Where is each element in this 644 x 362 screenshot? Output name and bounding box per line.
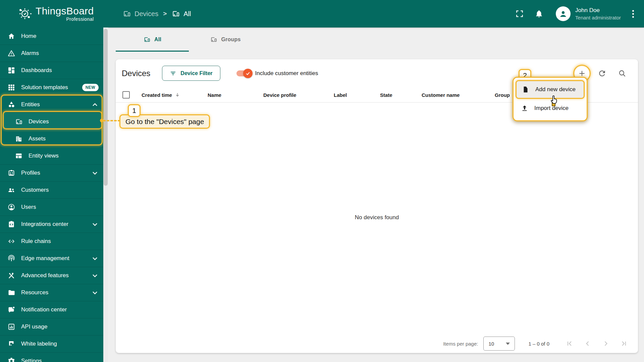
sidebar-item-label: Solution templates bbox=[21, 84, 68, 91]
bell-icon bbox=[535, 9, 543, 18]
sidebar-item-rule-chains[interactable]: Rule chains bbox=[0, 233, 103, 250]
notifications-button[interactable] bbox=[532, 7, 546, 20]
devices-icon bbox=[122, 9, 131, 18]
column-state[interactable]: State bbox=[380, 87, 392, 103]
sidebar-item-label: Customers bbox=[21, 187, 49, 193]
sidebar-item-label: Profiles bbox=[21, 170, 40, 176]
include-customer-entities-toggle[interactable]: Include customer entities bbox=[236, 70, 318, 77]
profiles-icon bbox=[7, 169, 15, 177]
chevron-left-icon bbox=[584, 340, 592, 348]
white-labeling-icon bbox=[7, 340, 15, 348]
column-group[interactable]: Group bbox=[495, 87, 510, 103]
tab-label: All bbox=[154, 37, 161, 43]
sidebar-item-label: Notification center bbox=[21, 306, 67, 313]
tab-all[interactable]: All bbox=[116, 27, 189, 52]
sidebar-item-label: Edge management bbox=[21, 255, 69, 262]
sidebar-item-label: Rule chains bbox=[21, 238, 51, 245]
sidebar-item-label: Settings bbox=[21, 358, 42, 362]
sidebar-item-integrations-center[interactable]: Integrations center bbox=[0, 216, 103, 233]
user-name: John Doe bbox=[575, 7, 621, 14]
sidebar-item-label: Entities bbox=[21, 101, 40, 108]
sidebar-item-dashboards[interactable]: Dashboards bbox=[0, 62, 103, 79]
sidebar-item-white-labeling[interactable]: White labeling bbox=[0, 335, 103, 352]
sidebar-item-profiles[interactable]: Profiles bbox=[0, 164, 103, 181]
sidebar-item-settings[interactable]: Settings bbox=[0, 352, 103, 362]
fullscreen-button[interactable] bbox=[513, 7, 526, 20]
sidebar-item-solution-templates[interactable]: Solution templates NEW bbox=[0, 79, 103, 96]
sidebar-item-label: API usage bbox=[21, 323, 47, 330]
fullscreen-icon bbox=[515, 9, 524, 18]
sidebar-item-label: Users bbox=[21, 204, 36, 210]
add-document-icon bbox=[522, 86, 529, 93]
new-badge: NEW bbox=[82, 84, 99, 91]
sidebar-item-notification-center[interactable]: Notification center bbox=[0, 301, 103, 318]
sidebar-item-alarms[interactable]: Alarms bbox=[0, 45, 103, 62]
page-size-value: 10 bbox=[488, 341, 494, 347]
sidebar-item-customers[interactable]: Customers bbox=[0, 181, 103, 198]
sidebar-item-entities[interactable]: Entities bbox=[0, 96, 103, 113]
logo[interactable]: ThingsBoard Professional bbox=[0, 0, 108, 27]
users-icon bbox=[7, 203, 15, 211]
column-device-profile[interactable]: Device profile bbox=[263, 87, 296, 103]
page-title: Devices bbox=[122, 69, 150, 78]
advanced-features-icon bbox=[7, 272, 15, 280]
paginator: Items per page: 10 1 – 0 of 0 bbox=[116, 334, 638, 353]
tab-groups[interactable]: Groups bbox=[189, 27, 262, 52]
sidebar-item-label: Integrations center bbox=[21, 221, 68, 228]
column-label[interactable]: Label bbox=[334, 87, 347, 103]
sidebar-item-entity-views[interactable]: Entity views bbox=[0, 147, 103, 164]
entity-views-icon bbox=[15, 152, 23, 160]
user-avatar[interactable] bbox=[556, 6, 571, 21]
assets-icon bbox=[15, 135, 23, 143]
sidebar-item-home[interactable]: Home bbox=[0, 27, 103, 45]
sidebar: ThingsBoard Professional Home Alarms Das… bbox=[0, 0, 108, 362]
cursor-pointer-icon bbox=[549, 95, 559, 107]
device-filter-button[interactable]: Device Filter bbox=[162, 66, 220, 81]
api-usage-icon bbox=[7, 323, 15, 331]
last-page-icon bbox=[620, 340, 628, 348]
column-customer-name[interactable]: Customer name bbox=[422, 87, 460, 103]
column-name[interactable]: Name bbox=[208, 87, 221, 103]
more-menu-button[interactable] bbox=[630, 7, 637, 20]
column-created-time[interactable]: Created time bbox=[142, 87, 180, 103]
sidebar-nav: Home Alarms Dashboards Solution template… bbox=[0, 27, 103, 362]
thingsboard-app: ThingsBoard Professional Home Alarms Das… bbox=[0, 0, 644, 362]
notification-center-icon bbox=[7, 306, 15, 314]
chevron-down-icon bbox=[93, 172, 97, 175]
sidebar-item-api-usage[interactable]: API usage bbox=[0, 318, 103, 335]
brand-name: ThingsBoard bbox=[36, 6, 94, 16]
sidebar-item-assets[interactable]: Assets bbox=[0, 130, 103, 147]
rule-chains-icon bbox=[7, 237, 15, 245]
select-all-checkbox[interactable] bbox=[122, 91, 130, 99]
sidebar-item-devices[interactable]: Devices bbox=[2, 113, 101, 130]
sidebar-scrollbar[interactable] bbox=[103, 27, 108, 362]
next-page-button[interactable] bbox=[601, 339, 610, 348]
sidebar-item-label: Dashboards bbox=[21, 67, 52, 74]
thingsboard-logo-icon bbox=[17, 6, 32, 21]
alarms-icon bbox=[7, 49, 15, 57]
sidebar-item-label: Assets bbox=[29, 135, 46, 142]
first-page-button[interactable] bbox=[565, 339, 574, 348]
sidebar-item-advanced-features[interactable]: Advanced features bbox=[0, 267, 103, 284]
user-role: Tenant administrator bbox=[575, 15, 621, 20]
entities-icon bbox=[7, 101, 15, 109]
sidebar-scrollbar-thumb[interactable] bbox=[104, 29, 108, 186]
breadcrumb-devices[interactable]: Devices bbox=[122, 9, 158, 18]
breadcrumb-all[interactable]: All bbox=[171, 9, 191, 18]
sidebar-item-label: Entity views bbox=[29, 153, 59, 159]
sidebar-item-label: White labeling bbox=[21, 341, 57, 347]
search-button[interactable] bbox=[614, 66, 630, 81]
sidebar-item-resources[interactable]: Resources bbox=[0, 284, 103, 301]
edge-management-icon bbox=[7, 254, 15, 262]
prev-page-button[interactable] bbox=[583, 339, 592, 348]
check-icon bbox=[245, 71, 251, 76]
sidebar-item-edge-management[interactable]: Edge management bbox=[0, 250, 103, 267]
sidebar-item-users[interactable]: Users bbox=[0, 198, 103, 216]
user-menu[interactable]: John Doe Tenant administrator bbox=[575, 7, 621, 20]
chevron-right-icon bbox=[602, 340, 610, 348]
refresh-button[interactable] bbox=[594, 66, 610, 81]
page-size-select[interactable]: 10 bbox=[483, 337, 515, 351]
last-page-button[interactable] bbox=[619, 339, 629, 348]
paginator-range: 1 – 0 of 0 bbox=[528, 341, 549, 347]
integrations-icon bbox=[7, 220, 15, 228]
